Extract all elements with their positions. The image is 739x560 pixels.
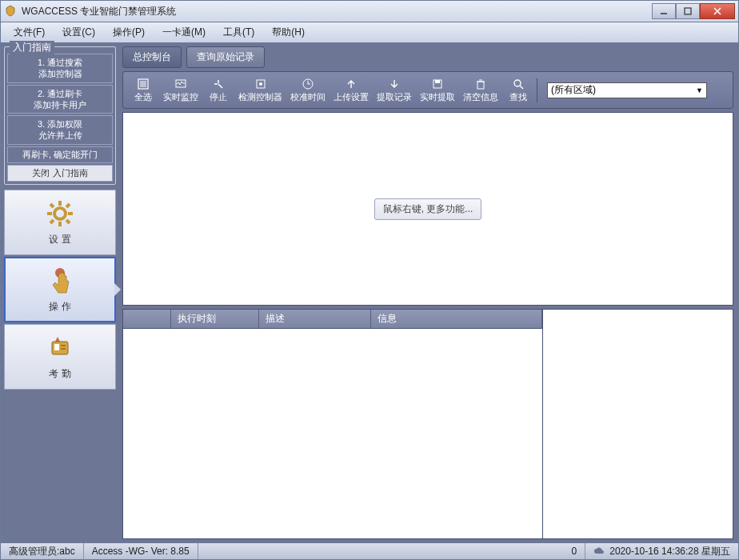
svg-point-31 bbox=[514, 80, 521, 86]
main-area: 入门指南 1. 通过搜索 添加控制器 2. 通过刷卡 添加持卡用户 3. 添加权… bbox=[0, 43, 739, 542]
log-table-body[interactable] bbox=[123, 329, 542, 538]
status-user: 高级管理员:abc bbox=[1, 543, 84, 559]
guide-step-3[interactable]: 3. 添加权限 允许并上传 bbox=[7, 115, 113, 145]
svg-point-22 bbox=[259, 82, 262, 86]
log-table-header: 执行时刻 描述 信息 bbox=[123, 310, 542, 329]
tool-select-all[interactable]: 全选 bbox=[128, 75, 158, 105]
tool-fetch[interactable]: 提取记录 bbox=[373, 75, 415, 105]
trash-icon bbox=[473, 77, 489, 91]
tool-realtime-fetch[interactable]: 实时提取 bbox=[417, 75, 458, 105]
status-datetime: 2020-10-16 14:36:28 星期五 bbox=[585, 543, 738, 559]
stop-icon bbox=[210, 77, 226, 91]
tool-calibrate-label: 校准时间 bbox=[290, 91, 326, 103]
svg-rect-15 bbox=[54, 344, 59, 350]
tool-fetch-label: 提取记录 bbox=[377, 91, 412, 103]
log-col-desc[interactable]: 描述 bbox=[259, 310, 371, 328]
area-select[interactable]: (所有区域) ▼ bbox=[547, 82, 707, 98]
svg-point-4 bbox=[54, 208, 66, 219]
svg-line-11 bbox=[66, 204, 70, 207]
tool-upload[interactable]: 上传设置 bbox=[330, 75, 372, 105]
menu-operate[interactable]: 操作(P) bbox=[105, 23, 153, 42]
tab-query-records[interactable]: 查询原始记录 bbox=[186, 46, 265, 68]
guide-step-1-title: 1. 通过搜索 bbox=[11, 57, 109, 68]
menu-bar: 文件(F) 设置(C) 操作(P) 一卡通(M) 工具(T) 帮助(H) bbox=[0, 22, 739, 43]
log-col-info[interactable]: 信息 bbox=[371, 310, 542, 328]
detect-icon bbox=[253, 77, 269, 91]
menu-tools[interactable]: 工具(T) bbox=[215, 23, 262, 42]
sidebar-operate-label: 操 作 bbox=[49, 300, 70, 314]
close-button[interactable] bbox=[700, 3, 735, 19]
svg-rect-1 bbox=[685, 8, 691, 14]
tool-detect[interactable]: 检测控制器 bbox=[235, 75, 286, 105]
monitor-icon bbox=[173, 77, 189, 91]
tool-find[interactable]: 查找 bbox=[503, 75, 533, 105]
gear-icon bbox=[44, 198, 76, 230]
menu-help[interactable]: 帮助(H) bbox=[264, 23, 313, 42]
bottom-panels: 执行时刻 描述 信息 bbox=[122, 309, 733, 539]
clock-icon bbox=[300, 77, 316, 91]
menu-card[interactable]: 一卡通(M) bbox=[154, 23, 214, 42]
tool-select-all-label: 全选 bbox=[134, 91, 152, 103]
menu-file[interactable]: 文件(F) bbox=[6, 23, 53, 42]
app-icon bbox=[4, 5, 17, 18]
menu-settings[interactable]: 设置(C) bbox=[54, 23, 103, 42]
search-icon bbox=[510, 77, 526, 91]
log-col-index[interactable] bbox=[123, 310, 171, 328]
cloud-icon bbox=[593, 546, 605, 556]
guide-step-2[interactable]: 2. 通过刷卡 添加持卡用户 bbox=[7, 85, 113, 114]
tool-stop[interactable]: 停止 bbox=[203, 75, 234, 105]
tool-clear[interactable]: 清空信息 bbox=[460, 75, 501, 105]
status-version: Access -WG- Ver: 8.85 bbox=[84, 543, 198, 559]
workspace[interactable]: 鼠标右键, 更多功能... bbox=[122, 112, 733, 306]
badge-icon bbox=[44, 332, 76, 364]
guide-panel: 入门指南 1. 通过搜索 添加控制器 2. 通过刷卡 添加持卡用户 3. 添加权… bbox=[4, 46, 116, 185]
tool-calibrate[interactable]: 校准时间 bbox=[287, 75, 329, 105]
svg-line-12 bbox=[50, 220, 54, 223]
sidebar-attendance-button[interactable]: 考 勤 bbox=[4, 324, 116, 390]
sidebar-settings-label: 设 置 bbox=[49, 233, 70, 246]
log-col-time[interactable]: 执行时刻 bbox=[171, 310, 259, 328]
sidebar-attendance-label: 考 勤 bbox=[49, 367, 70, 381]
context-hint-button[interactable]: 鼠标右键, 更多功能... bbox=[374, 198, 482, 220]
save-icon bbox=[429, 77, 445, 91]
select-all-icon bbox=[135, 77, 151, 91]
maximize-button[interactable] bbox=[676, 3, 700, 19]
content-area: 总控制台 查询原始记录 全选 实时监控 停止 检测控制器 校准时间 bbox=[119, 43, 738, 542]
guide-confirm[interactable]: 再刷卡, 确定能开门 bbox=[7, 146, 113, 163]
svg-rect-28 bbox=[477, 82, 484, 89]
guide-legend: 入门指南 bbox=[10, 41, 54, 54]
svg-rect-27 bbox=[435, 80, 440, 83]
tool-find-label: 查找 bbox=[509, 91, 527, 103]
tool-monitor[interactable]: 实时监控 bbox=[160, 75, 202, 105]
hand-touch-icon bbox=[44, 265, 76, 297]
guide-step-2-title: 2. 通过刷卡 bbox=[11, 88, 109, 99]
guide-step-3-title: 3. 添加权限 bbox=[11, 118, 109, 130]
tool-stop-label: 停止 bbox=[210, 91, 227, 103]
status-datetime-text: 2020-10-16 14:36:28 星期五 bbox=[609, 545, 730, 558]
tabs: 总控制台 查询原始记录 bbox=[122, 46, 733, 68]
sidebar-operate-button[interactable]: 操 作 bbox=[4, 257, 116, 322]
guide-step-3-sub: 允许并上传 bbox=[11, 130, 109, 141]
tool-clear-label: 清空信息 bbox=[463, 91, 498, 103]
svg-line-32 bbox=[520, 86, 523, 89]
tool-realtime-fetch-label: 实时提取 bbox=[420, 91, 455, 103]
svg-rect-19 bbox=[140, 81, 146, 87]
guide-step-1-sub: 添加控制器 bbox=[11, 68, 109, 79]
guide-close-button[interactable]: 关闭 入门指南 bbox=[7, 165, 113, 182]
upload-icon bbox=[343, 77, 359, 91]
detail-panel[interactable] bbox=[543, 309, 733, 539]
tool-upload-label: 上传设置 bbox=[334, 91, 369, 103]
svg-line-10 bbox=[66, 220, 70, 223]
guide-step-1[interactable]: 1. 通过搜索 添加控制器 bbox=[7, 54, 113, 83]
area-select-value: (所有区域) bbox=[551, 83, 596, 97]
toolbar: 全选 实时监控 停止 检测控制器 校准时间 上传设置 bbox=[122, 71, 733, 109]
sidebar-settings-button[interactable]: 设 置 bbox=[4, 190, 116, 255]
window-controls bbox=[652, 3, 735, 19]
title-bar: WGACCESS 专业智能门禁管理系统 bbox=[0, 0, 739, 22]
guide-step-2-sub: 添加持卡用户 bbox=[11, 99, 109, 110]
minimize-button[interactable] bbox=[652, 3, 676, 19]
download-icon bbox=[386, 77, 402, 91]
window-title: WGACCESS 专业智能门禁管理系统 bbox=[22, 5, 652, 18]
log-table: 执行时刻 描述 信息 bbox=[122, 309, 543, 539]
tab-console[interactable]: 总控制台 bbox=[122, 46, 182, 68]
